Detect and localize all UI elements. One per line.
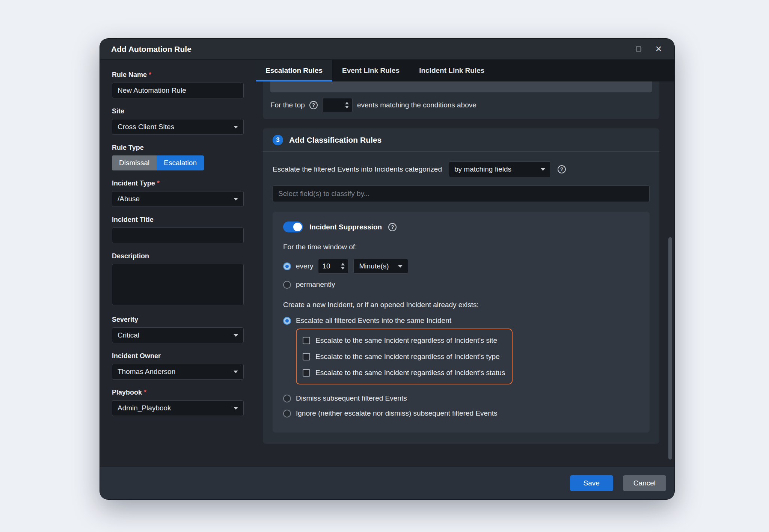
incident-owner-select[interactable]: Thomas Anderson: [112, 364, 244, 380]
radio-row-escalate-same: Escalate all filtered Events into the sa…: [283, 316, 639, 325]
save-button[interactable]: Save: [570, 475, 613, 491]
regardless-status-checkbox[interactable]: [303, 369, 310, 377]
spinner-down-icon[interactable]: [345, 106, 349, 109]
categorized-row: Escalate the filtered Events into Incide…: [273, 161, 650, 177]
incident-suppression-card: Incident Suppression ? For the time wind…: [273, 212, 650, 433]
radio-row-permanently: permanently: [283, 280, 639, 289]
rule-type-label-text: Rule Type: [112, 144, 144, 152]
incident-title-input[interactable]: [112, 228, 244, 243]
suppression-toggle-row: Incident Suppression ?: [283, 222, 639, 232]
close-icon[interactable]: ✕: [654, 45, 663, 54]
radio-row-every: every Minute(s): [283, 259, 639, 274]
site-selected-value: Cross Client Sites: [118, 123, 174, 131]
incident-type-group: Incident Type* /Abuse: [112, 179, 244, 207]
incident-suppression-toggle[interactable]: [283, 222, 303, 232]
playbook-label-text: Playbook: [112, 389, 142, 396]
classify-fields-input[interactable]: [273, 185, 650, 202]
chevron-down-icon: [234, 407, 238, 410]
dismiss-radio[interactable]: [283, 395, 291, 402]
ignore-radio[interactable]: [283, 410, 291, 417]
help-icon[interactable]: ?: [558, 165, 566, 173]
chevron-down-icon: [234, 371, 238, 373]
escalate-same-label: Escalate all filtered Events into the sa…: [296, 316, 451, 325]
categorized-by-select[interactable]: by matching fields: [449, 161, 551, 177]
incident-title-group: Incident Title: [112, 216, 244, 243]
required-asterisk: *: [157, 179, 160, 187]
maximize-icon[interactable]: [634, 45, 643, 54]
radio-row-ignore: Ignore (neither escalate nor dismiss) su…: [283, 409, 639, 417]
rule-type-dismissal-button[interactable]: Dismissal: [112, 155, 157, 170]
escalation-rules-content: For the top ? events matching the condit…: [256, 81, 674, 467]
incident-owner-group: Incident Owner Thomas Anderson: [112, 352, 244, 380]
vertical-scrollbar[interactable]: [668, 237, 672, 460]
site-label: Site: [112, 107, 244, 115]
permanently-radio[interactable]: [283, 281, 291, 289]
playbook-selected-value: Admin_Playbook: [118, 404, 171, 412]
rule-type-escalation-button[interactable]: Escalation: [157, 155, 204, 170]
cancel-button[interactable]: Cancel: [623, 475, 666, 491]
site-select[interactable]: Cross Client Sites: [112, 119, 244, 135]
maximize-glyph: [636, 47, 641, 51]
create-incident-question: Create a new Incident, or if an opened I…: [283, 301, 639, 309]
rule-type-label: Rule Type: [112, 144, 244, 152]
rule-name-input[interactable]: [112, 83, 244, 98]
chevron-down-icon: [398, 265, 403, 268]
classification-section-body: Escalate the filtered Events into Incide…: [263, 152, 659, 444]
incident-owner-selected-value: Thomas Anderson: [118, 368, 175, 376]
incident-suppression-label: Incident Suppression: [309, 223, 382, 231]
spinner-down-icon[interactable]: [341, 267, 345, 270]
regardless-options-highlight-box: Escalate to the same Incident regardless…: [296, 329, 513, 384]
incident-type-label: Incident Type*: [112, 179, 244, 187]
time-window-label: For the time window of:: [283, 243, 639, 251]
categorized-label: Escalate the filtered Events into Incide…: [273, 165, 442, 173]
classification-section-title: Add Classification Rules: [289, 136, 381, 145]
playbook-group: Playbook* Admin_Playbook: [112, 389, 244, 416]
rule-name-group: Rule Name*: [112, 71, 244, 98]
regardless-status-label: Escalate to the same Incident regardless…: [315, 369, 505, 377]
tab-incident-link-rules[interactable]: Incident Link Rules: [409, 60, 494, 81]
incident-title-label: Incident Title: [112, 216, 244, 224]
truncated-conditions-input[interactable]: [270, 81, 652, 92]
rule-type-group: Rule Type Dismissal Escalation: [112, 144, 244, 170]
description-group: Description: [112, 252, 244, 307]
regardless-type-checkbox[interactable]: [303, 353, 310, 360]
rules-panel: Escalation Rules Event Link Rules Incide…: [256, 60, 674, 467]
window-controls: ✕: [634, 45, 663, 54]
checkbox-row-regardless-status: Escalate to the same Incident regardless…: [303, 365, 505, 381]
escalate-same-radio[interactable]: [283, 317, 291, 325]
chevron-down-icon: [541, 168, 545, 171]
description-label-text: Description: [112, 252, 149, 260]
add-classification-rules-section: 3 Add Classification Rules Escalate the …: [263, 128, 659, 444]
top-count-input[interactable]: [323, 101, 344, 109]
rules-tabbar: Escalation Rules Event Link Rules Incide…: [256, 60, 674, 81]
chevron-down-icon: [234, 126, 238, 128]
events-matching-label: events matching the conditions above: [357, 101, 476, 109]
rule-type-segmented: Dismissal Escalation: [112, 155, 204, 170]
top-count-stepper: [322, 98, 353, 112]
every-radio[interactable]: [283, 262, 291, 270]
playbook-select[interactable]: Admin_Playbook: [112, 400, 244, 416]
tab-event-link-rules[interactable]: Event Link Rules: [332, 60, 409, 81]
severity-select[interactable]: Critical: [112, 327, 244, 343]
help-icon[interactable]: ?: [309, 101, 318, 109]
every-value-input[interactable]: [318, 262, 340, 270]
filter-conditions-section: For the top ? events matching the condit…: [263, 81, 659, 119]
rule-name-label: Rule Name*: [112, 71, 244, 79]
time-unit-select[interactable]: Minute(s): [353, 259, 408, 274]
severity-selected-value: Critical: [118, 331, 139, 339]
severity-label-text: Severity: [112, 316, 138, 324]
dialog-footer: Save Cancel: [100, 467, 674, 499]
description-textarea[interactable]: [112, 264, 244, 305]
stepper-arrows: [340, 263, 348, 270]
radio-row-dismiss: Dismiss subsequent filtered Events: [283, 394, 639, 402]
close-glyph: ✕: [655, 45, 662, 53]
tab-escalation-rules[interactable]: Escalation Rules: [256, 60, 332, 81]
spinner-up-icon[interactable]: [345, 102, 349, 104]
help-icon[interactable]: ?: [388, 223, 397, 231]
for-the-top-label: For the top: [270, 101, 305, 109]
spinner-up-icon[interactable]: [341, 263, 345, 265]
incident-type-select[interactable]: /Abuse: [112, 191, 244, 207]
permanently-label: permanently: [296, 280, 335, 289]
chevron-down-icon: [234, 198, 238, 200]
regardless-site-checkbox[interactable]: [303, 337, 310, 344]
